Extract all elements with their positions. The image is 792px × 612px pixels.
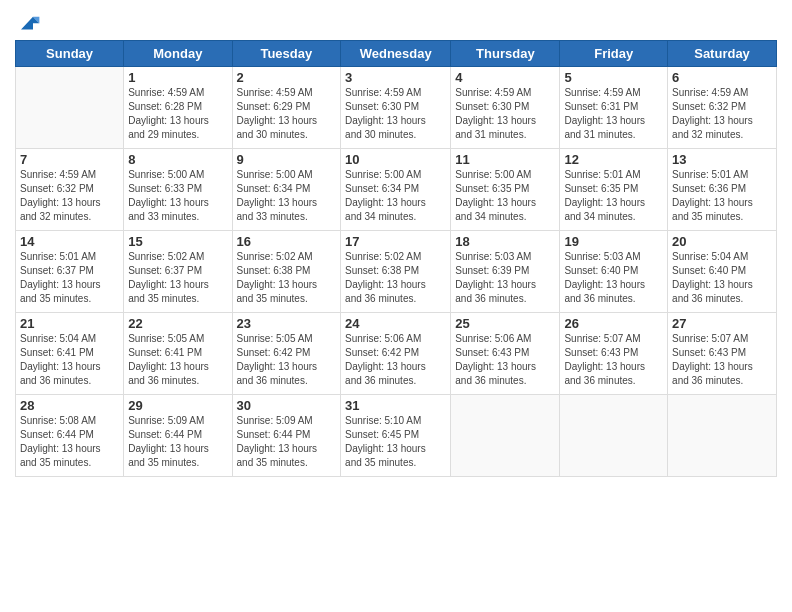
calendar-cell: 27Sunrise: 5:07 AM Sunset: 6:43 PM Dayli… [668,313,777,395]
col-header-sunday: Sunday [16,41,124,67]
day-info: Sunrise: 4:59 AM Sunset: 6:28 PM Dayligh… [128,86,227,142]
calendar-week-4: 21Sunrise: 5:04 AM Sunset: 6:41 PM Dayli… [16,313,777,395]
calendar-cell [560,395,668,477]
day-number: 15 [128,234,227,249]
day-number: 31 [345,398,446,413]
day-number: 29 [128,398,227,413]
day-info: Sunrise: 5:01 AM Sunset: 6:37 PM Dayligh… [20,250,119,306]
calendar-cell [16,67,124,149]
calendar-cell: 4Sunrise: 4:59 AM Sunset: 6:30 PM Daylig… [451,67,560,149]
calendar-cell: 24Sunrise: 5:06 AM Sunset: 6:42 PM Dayli… [341,313,451,395]
day-number: 13 [672,152,772,167]
day-info: Sunrise: 5:01 AM Sunset: 6:35 PM Dayligh… [564,168,663,224]
day-number: 3 [345,70,446,85]
calendar-cell: 6Sunrise: 4:59 AM Sunset: 6:32 PM Daylig… [668,67,777,149]
day-number: 26 [564,316,663,331]
col-header-wednesday: Wednesday [341,41,451,67]
day-info: Sunrise: 5:00 AM Sunset: 6:34 PM Dayligh… [345,168,446,224]
calendar-cell: 22Sunrise: 5:05 AM Sunset: 6:41 PM Dayli… [124,313,232,395]
day-info: Sunrise: 5:06 AM Sunset: 6:42 PM Dayligh… [345,332,446,388]
day-number: 18 [455,234,555,249]
calendar-cell: 14Sunrise: 5:01 AM Sunset: 6:37 PM Dayli… [16,231,124,313]
day-number: 24 [345,316,446,331]
calendar-cell: 16Sunrise: 5:02 AM Sunset: 6:38 PM Dayli… [232,231,341,313]
day-number: 2 [237,70,337,85]
calendar-cell: 5Sunrise: 4:59 AM Sunset: 6:31 PM Daylig… [560,67,668,149]
day-info: Sunrise: 5:07 AM Sunset: 6:43 PM Dayligh… [564,332,663,388]
calendar-week-2: 7Sunrise: 4:59 AM Sunset: 6:32 PM Daylig… [16,149,777,231]
day-number: 21 [20,316,119,331]
calendar-cell: 26Sunrise: 5:07 AM Sunset: 6:43 PM Dayli… [560,313,668,395]
day-info: Sunrise: 5:02 AM Sunset: 6:37 PM Dayligh… [128,250,227,306]
col-header-monday: Monday [124,41,232,67]
calendar-cell: 10Sunrise: 5:00 AM Sunset: 6:34 PM Dayli… [341,149,451,231]
day-info: Sunrise: 4:59 AM Sunset: 6:32 PM Dayligh… [20,168,119,224]
day-number: 11 [455,152,555,167]
calendar-cell: 21Sunrise: 5:04 AM Sunset: 6:41 PM Dayli… [16,313,124,395]
day-number: 16 [237,234,337,249]
day-info: Sunrise: 5:07 AM Sunset: 6:43 PM Dayligh… [672,332,772,388]
calendar-cell: 31Sunrise: 5:10 AM Sunset: 6:45 PM Dayli… [341,395,451,477]
calendar-cell: 23Sunrise: 5:05 AM Sunset: 6:42 PM Dayli… [232,313,341,395]
day-info: Sunrise: 4:59 AM Sunset: 6:29 PM Dayligh… [237,86,337,142]
logo-icon [17,14,41,34]
day-number: 23 [237,316,337,331]
calendar-cell: 19Sunrise: 5:03 AM Sunset: 6:40 PM Dayli… [560,231,668,313]
calendar-cell: 25Sunrise: 5:06 AM Sunset: 6:43 PM Dayli… [451,313,560,395]
day-number: 28 [20,398,119,413]
day-number: 10 [345,152,446,167]
day-info: Sunrise: 5:05 AM Sunset: 6:42 PM Dayligh… [237,332,337,388]
day-info: Sunrise: 5:08 AM Sunset: 6:44 PM Dayligh… [20,414,119,470]
calendar-cell: 2Sunrise: 4:59 AM Sunset: 6:29 PM Daylig… [232,67,341,149]
calendar-week-5: 28Sunrise: 5:08 AM Sunset: 6:44 PM Dayli… [16,395,777,477]
calendar-week-1: 1Sunrise: 4:59 AM Sunset: 6:28 PM Daylig… [16,67,777,149]
day-number: 27 [672,316,772,331]
col-header-saturday: Saturday [668,41,777,67]
calendar-cell: 8Sunrise: 5:00 AM Sunset: 6:33 PM Daylig… [124,149,232,231]
calendar-cell: 30Sunrise: 5:09 AM Sunset: 6:44 PM Dayli… [232,395,341,477]
day-info: Sunrise: 5:00 AM Sunset: 6:34 PM Dayligh… [237,168,337,224]
col-header-tuesday: Tuesday [232,41,341,67]
day-info: Sunrise: 5:09 AM Sunset: 6:44 PM Dayligh… [128,414,227,470]
day-number: 8 [128,152,227,167]
col-header-thursday: Thursday [451,41,560,67]
col-header-friday: Friday [560,41,668,67]
day-info: Sunrise: 4:59 AM Sunset: 6:30 PM Dayligh… [345,86,446,142]
day-info: Sunrise: 5:00 AM Sunset: 6:33 PM Dayligh… [128,168,227,224]
calendar-week-3: 14Sunrise: 5:01 AM Sunset: 6:37 PM Dayli… [16,231,777,313]
day-number: 6 [672,70,772,85]
calendar-cell: 7Sunrise: 4:59 AM Sunset: 6:32 PM Daylig… [16,149,124,231]
day-info: Sunrise: 5:06 AM Sunset: 6:43 PM Dayligh… [455,332,555,388]
day-info: Sunrise: 5:03 AM Sunset: 6:39 PM Dayligh… [455,250,555,306]
day-info: Sunrise: 5:09 AM Sunset: 6:44 PM Dayligh… [237,414,337,470]
day-info: Sunrise: 5:02 AM Sunset: 6:38 PM Dayligh… [345,250,446,306]
day-info: Sunrise: 4:59 AM Sunset: 6:32 PM Dayligh… [672,86,772,142]
calendar-cell: 28Sunrise: 5:08 AM Sunset: 6:44 PM Dayli… [16,395,124,477]
calendar-cell: 13Sunrise: 5:01 AM Sunset: 6:36 PM Dayli… [668,149,777,231]
day-number: 17 [345,234,446,249]
day-number: 5 [564,70,663,85]
day-number: 19 [564,234,663,249]
day-number: 14 [20,234,119,249]
page-container: SundayMondayTuesdayWednesdayThursdayFrid… [0,0,792,612]
day-number: 30 [237,398,337,413]
day-info: Sunrise: 5:04 AM Sunset: 6:40 PM Dayligh… [672,250,772,306]
day-info: Sunrise: 5:01 AM Sunset: 6:36 PM Dayligh… [672,168,772,224]
logo [15,14,41,34]
day-number: 20 [672,234,772,249]
day-info: Sunrise: 4:59 AM Sunset: 6:31 PM Dayligh… [564,86,663,142]
calendar-cell: 15Sunrise: 5:02 AM Sunset: 6:37 PM Dayli… [124,231,232,313]
calendar-cell: 11Sunrise: 5:00 AM Sunset: 6:35 PM Dayli… [451,149,560,231]
calendar-header-row: SundayMondayTuesdayWednesdayThursdayFrid… [16,41,777,67]
day-number: 22 [128,316,227,331]
header [15,10,777,34]
day-number: 4 [455,70,555,85]
day-info: Sunrise: 5:00 AM Sunset: 6:35 PM Dayligh… [455,168,555,224]
calendar-table: SundayMondayTuesdayWednesdayThursdayFrid… [15,40,777,477]
calendar-cell [668,395,777,477]
day-info: Sunrise: 5:04 AM Sunset: 6:41 PM Dayligh… [20,332,119,388]
calendar-cell: 1Sunrise: 4:59 AM Sunset: 6:28 PM Daylig… [124,67,232,149]
day-number: 7 [20,152,119,167]
day-info: Sunrise: 5:10 AM Sunset: 6:45 PM Dayligh… [345,414,446,470]
calendar-cell: 29Sunrise: 5:09 AM Sunset: 6:44 PM Dayli… [124,395,232,477]
